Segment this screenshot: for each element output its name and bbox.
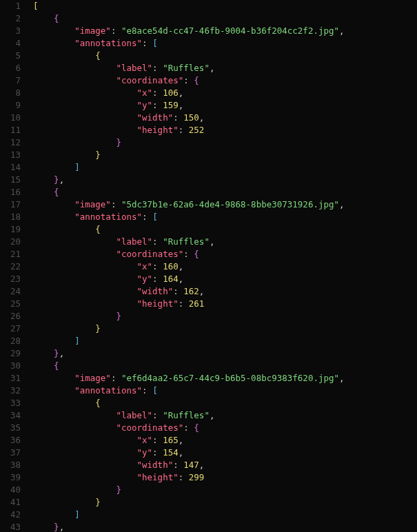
line-number: 2 bbox=[0, 12, 21, 25]
line-number: 28 bbox=[0, 335, 21, 347]
line-number: 8 bbox=[0, 87, 21, 99]
line-number: 42 bbox=[0, 509, 21, 521]
code-line[interactable]: "width": 150, bbox=[33, 112, 417, 124]
line-number: 11 bbox=[0, 124, 21, 136]
code-line[interactable]: "label": "Ruffles", bbox=[33, 409, 417, 422]
code-line[interactable]: { bbox=[33, 223, 417, 236]
line-number: 30 bbox=[0, 360, 21, 372]
line-number: 15 bbox=[0, 174, 21, 186]
line-number-gutter: 1234567891011121314151617181920212223242… bbox=[0, 0, 33, 532]
code-line[interactable]: "y": 164, bbox=[33, 273, 417, 285]
code-line[interactable]: { bbox=[33, 12, 417, 25]
code-line[interactable]: { bbox=[33, 186, 417, 198]
code-line[interactable]: "annotations": [ bbox=[33, 211, 417, 223]
code-line[interactable]: "image": "ef6d4aa2-65c7-44c9-b6b5-08bc93… bbox=[33, 372, 417, 385]
line-number: 26 bbox=[0, 310, 21, 323]
line-number: 40 bbox=[0, 484, 21, 496]
code-line[interactable]: "label": "Ruffles", bbox=[33, 236, 417, 248]
code-line[interactable]: } bbox=[33, 484, 417, 496]
code-line[interactable]: { bbox=[33, 360, 417, 372]
code-line[interactable]: }, bbox=[33, 174, 417, 186]
code-line[interactable]: "image": "5dc37b1e-62a6-4de4-9868-8bbe30… bbox=[33, 198, 417, 211]
line-number: 36 bbox=[0, 434, 21, 447]
line-number: 7 bbox=[0, 74, 21, 87]
line-number: 34 bbox=[0, 409, 21, 422]
code-content[interactable]: [ { "image": "e8ace54d-cc47-46fb-9004-b3… bbox=[33, 0, 417, 532]
code-editor[interactable]: 1234567891011121314151617181920212223242… bbox=[0, 0, 417, 532]
code-line[interactable]: "height": 299 bbox=[33, 471, 417, 484]
line-number: 24 bbox=[0, 285, 21, 298]
code-line[interactable]: "y": 154, bbox=[33, 447, 417, 459]
code-line[interactable]: }, bbox=[33, 347, 417, 360]
line-number: 9 bbox=[0, 99, 21, 112]
code-line[interactable]: "width": 147, bbox=[33, 459, 417, 471]
line-number: 12 bbox=[0, 136, 21, 149]
line-number: 37 bbox=[0, 447, 21, 459]
code-line[interactable]: } bbox=[33, 136, 417, 149]
line-number: 32 bbox=[0, 385, 21, 397]
code-line[interactable]: } bbox=[33, 310, 417, 323]
code-line[interactable]: "height": 252 bbox=[33, 124, 417, 136]
line-number: 19 bbox=[0, 223, 21, 236]
code-line[interactable]: } bbox=[33, 496, 417, 509]
line-number: 25 bbox=[0, 298, 21, 310]
code-line[interactable]: "width": 162, bbox=[33, 285, 417, 298]
line-number: 22 bbox=[0, 260, 21, 273]
code-line[interactable]: "x": 165, bbox=[33, 434, 417, 447]
line-number: 38 bbox=[0, 459, 21, 471]
code-line[interactable]: "x": 160, bbox=[33, 260, 417, 273]
code-line[interactable]: "y": 159, bbox=[33, 99, 417, 112]
line-number: 5 bbox=[0, 50, 21, 62]
code-line[interactable]: [ bbox=[33, 0, 417, 12]
line-number: 41 bbox=[0, 496, 21, 509]
code-line[interactable]: "label": "Ruffles", bbox=[33, 62, 417, 74]
line-number: 29 bbox=[0, 347, 21, 360]
code-line[interactable]: "x": 106, bbox=[33, 87, 417, 99]
line-number: 31 bbox=[0, 372, 21, 385]
line-number: 35 bbox=[0, 422, 21, 434]
line-number: 6 bbox=[0, 62, 21, 74]
code-line[interactable]: "image": "e8ace54d-cc47-46fb-9004-b36f20… bbox=[33, 25, 417, 37]
line-number: 4 bbox=[0, 37, 21, 50]
code-line[interactable]: "coordinates": { bbox=[33, 248, 417, 260]
code-line[interactable]: "annotations": [ bbox=[33, 37, 417, 50]
line-number: 16 bbox=[0, 186, 21, 198]
line-number: 39 bbox=[0, 471, 21, 484]
line-number: 14 bbox=[0, 161, 21, 174]
code-line[interactable]: } bbox=[33, 323, 417, 335]
line-number: 18 bbox=[0, 211, 21, 223]
line-number: 17 bbox=[0, 198, 21, 211]
code-line[interactable]: { bbox=[33, 50, 417, 62]
code-line[interactable]: "coordinates": { bbox=[33, 74, 417, 87]
line-number: 13 bbox=[0, 149, 21, 161]
line-number: 27 bbox=[0, 323, 21, 335]
code-line[interactable]: } bbox=[33, 149, 417, 161]
code-line[interactable]: { bbox=[33, 397, 417, 409]
line-number: 43 bbox=[0, 521, 21, 532]
code-line[interactable]: "annotations": [ bbox=[33, 385, 417, 397]
code-line[interactable]: "height": 261 bbox=[33, 298, 417, 310]
line-number: 3 bbox=[0, 25, 21, 37]
line-number: 21 bbox=[0, 248, 21, 260]
line-number: 23 bbox=[0, 273, 21, 285]
code-line[interactable]: "coordinates": { bbox=[33, 422, 417, 434]
code-line[interactable]: ] bbox=[33, 509, 417, 521]
code-line[interactable]: }, bbox=[33, 521, 417, 532]
code-line[interactable]: ] bbox=[33, 161, 417, 174]
line-number: 1 bbox=[0, 0, 21, 12]
line-number: 10 bbox=[0, 112, 21, 124]
line-number: 20 bbox=[0, 236, 21, 248]
code-line[interactable]: ] bbox=[33, 335, 417, 347]
line-number: 33 bbox=[0, 397, 21, 409]
